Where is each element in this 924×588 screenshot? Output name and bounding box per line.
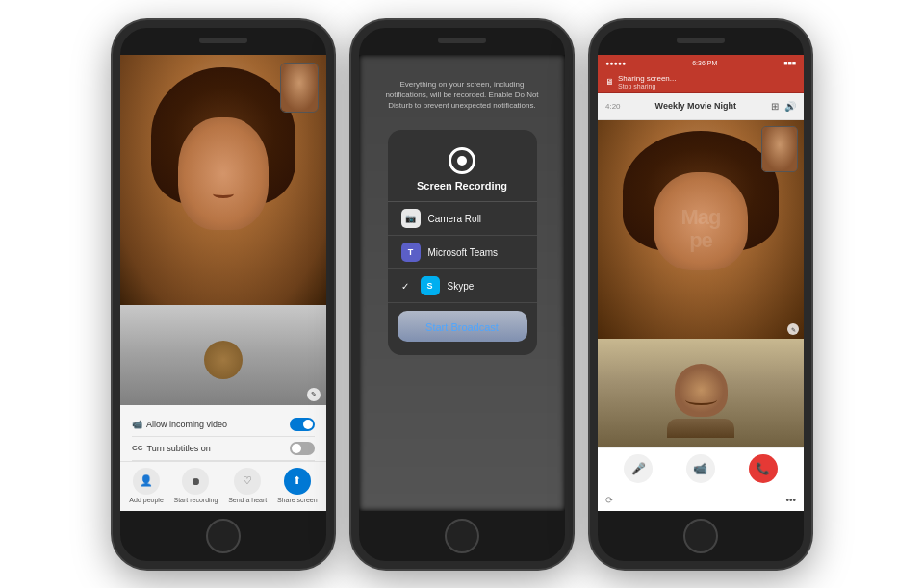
p3-stop-text[interactable]: Stop sharing [618,83,676,89]
p3-end-btn[interactable]: 📞 [749,454,778,483]
p1-subtitles-icon: CC [132,444,143,452]
phone-screen-1: ✎ 📹 Allow incoming video CC Turn subtitl… [120,55,326,511]
p3-main-video: Magpe ✎ [598,120,804,340]
p1-send-heart-label: Send a heart [228,497,267,503]
phones-container: ✎ 📹 Allow incoming video CC Turn subtitl… [93,1,831,588]
p2-camera-roll-item[interactable]: 📷 Camera Roll [388,202,537,236]
p2-camera-roll-icon: 📷 [401,209,421,228]
p1-toggle-subtitles[interactable]: CC Turn subtitles on [132,437,315,461]
phone-speaker-1 [199,38,247,43]
p2-teams-icon: T [401,243,421,262]
p2-record-dot [457,156,467,166]
phone-home-3[interactable] [683,519,718,553]
p1-start-recording-btn[interactable]: ⏺ Start recording [174,468,218,503]
p2-skype-label: Skype [448,281,475,292]
p1-video-label: 📹 Allow incoming video [132,420,227,429]
p1-start-recording-label: Start recording [174,497,218,503]
p2-camera-roll-label: Camera Roll [428,214,482,224]
p3-thumbnail [761,126,798,172]
p3-call-header: 4:20 Weekly Movie Night ⊞ 🔊 [598,93,804,120]
p1-secondary-video: ✎ [120,305,326,405]
phone-1: ✎ 📹 Allow incoming video CC Turn subtitl… [113,20,334,569]
p3-grid-icon[interactable]: ⊞ [771,101,779,112]
p1-action-bar: 👤 Add people ⏺ Start recording ♡ Send a … [120,461,326,511]
p1-send-heart-icon: ♡ [234,468,261,495]
p1-send-heart-btn[interactable]: ♡ Send a heart [228,468,267,503]
p1-start-recording-icon: ⏺ [182,468,209,495]
p3-call-icons: ⊞ 🔊 [771,101,796,112]
p3-share-texts: Sharing screen... Stop sharing [618,74,676,90]
phone-3: ●●●●● 6:36 PM ■■■ 🖥 Sharing screen... St… [590,20,811,569]
p2-skype-icon: S [421,276,440,295]
p3-mic-btn[interactable]: 🎤 [624,454,653,483]
p2-popup-header: Screen Recording [388,140,537,202]
p3-edit-icon: ✎ [787,323,799,335]
p3-cam-btn[interactable]: 📹 [686,454,715,483]
p3-controls: 🎤 📹 📞 [598,447,804,490]
p2-popup: Screen Recording 📷 Camera Roll T Microso… [388,130,537,355]
p1-share-screen-icon: ⬆ [284,468,311,495]
p3-share-icon: 🖥 [605,77,614,87]
p2-record-circle [449,147,475,174]
p2-start-broadcast-btn[interactable]: Start Broadcast [398,311,527,342]
p2-teams-label: Microsoft Teams [428,247,499,258]
p3-call-time: 4:20 [605,102,621,111]
phone-2: Everything on your screen, including not… [351,20,573,569]
p2-hint-text: Everything on your screen, including not… [359,79,565,112]
phone-speaker-2 [438,38,486,43]
p1-subtitles-label: CC Turn subtitles on [132,444,211,453]
p3-camera-switch-icon[interactable]: ⟳ [605,495,613,505]
p1-thumbnail [280,63,319,113]
p3-volume-icon[interactable]: 🔊 [784,101,796,112]
p3-sharing-text: Sharing screen... [618,74,676,84]
p2-overlay: Everything on your screen, including not… [359,55,565,511]
p3-time: 6:36 PM [692,60,717,66]
p1-video-toggle[interactable] [290,418,315,431]
p3-status-bar: ●●●●● 6:36 PM ■■■ [598,55,804,72]
phone-speaker-3 [677,38,725,43]
p1-add-people-icon: 👤 [133,468,160,495]
p3-share-info: 🖥 Sharing screen... Stop sharing [605,74,676,90]
phone-screen-3: ●●●●● 6:36 PM ■■■ 🖥 Sharing screen... St… [598,55,804,511]
p2-skype-check: ✓ [401,281,409,292]
p2-start-broadcast-label: Start Broadcast [425,321,499,333]
p1-video-icon: 📹 [132,420,142,429]
p1-menu: 📹 Allow incoming video CC Turn subtitles… [120,405,326,461]
p1-edit-icon: ✎ [307,388,321,401]
p3-more-options-icon[interactable]: ••• [785,495,796,505]
p1-main-video [120,55,326,305]
p1-share-screen-label: Share screen [277,497,318,503]
p3-call-title: Weekly Movie Night [655,101,736,111]
phone-home-1[interactable] [206,519,241,553]
p3-share-bar: 🖥 Sharing screen... Stop sharing [598,72,804,93]
p3-watermark: Magpe [681,206,721,252]
phone-screen-2: Everything on your screen, including not… [359,55,565,511]
p1-add-people-label: Add people [129,497,163,503]
p2-teams-item[interactable]: T Microsoft Teams [388,236,537,269]
p1-share-screen-btn[interactable]: ⬆ Share screen [277,468,318,503]
p3-signal: ●●●●● [605,60,626,66]
p1-add-people-btn[interactable]: 👤 Add people [129,468,163,503]
p3-battery: ■■■ [783,60,796,66]
p3-bottom-bar: ⟳ ••• [598,490,804,511]
p1-toggle-video[interactable]: 📹 Allow incoming video [132,413,315,437]
phone-home-2[interactable] [445,519,479,553]
p2-popup-title: Screen Recording [417,180,507,192]
p2-skype-item[interactable]: ✓ S Skype [388,269,537,303]
p3-secondary-video [598,339,804,447]
p1-subtitles-toggle[interactable] [290,442,315,455]
